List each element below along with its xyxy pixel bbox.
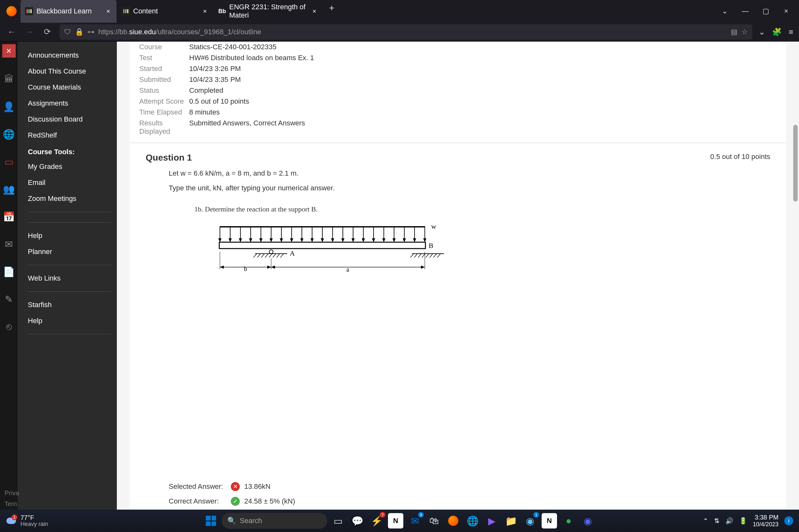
taskbar-search[interactable]: 🔍 Search — [222, 513, 327, 529]
svg-marker-68 — [267, 266, 271, 269]
clipchamp-icon[interactable]: ▶ — [484, 513, 499, 529]
nav-zoom[interactable]: Zoom Meetings — [28, 191, 111, 207]
nav-announcements[interactable]: Announcements — [28, 48, 111, 63]
profile-icon[interactable]: 👤 — [3, 100, 15, 113]
correct-answer-value: 24.58 ± 5% (kN) — [244, 497, 295, 506]
scrollbar-thumb[interactable] — [793, 125, 798, 202]
chevron-down-icon[interactable]: ⌄ — [719, 7, 730, 15]
label-B: B — [429, 242, 433, 249]
nav-assignments[interactable]: Assignments — [28, 95, 111, 111]
messenger-icon[interactable]: ⚡7 — [369, 513, 384, 529]
reload-button[interactable]: ⟳ — [42, 26, 53, 38]
meta-row: Attempt Score0.5 out of 10 points — [139, 96, 777, 107]
signout-icon[interactable]: ⎋ — [3, 321, 15, 333]
meta-row: Submitted10/4/23 3:35 PM — [139, 74, 777, 85]
terms-link[interactable]: Tern — [4, 500, 17, 508]
calendar-icon[interactable]: 📅 — [3, 210, 15, 223]
notion2-icon[interactable]: N — [542, 513, 557, 529]
menu-icon[interactable]: ≡ — [789, 27, 793, 36]
svg-line-53 — [280, 254, 284, 258]
nav-about[interactable]: About This Course — [28, 63, 111, 79]
question-header: Question 1 0.5 out of 10 points — [146, 151, 770, 169]
extensions-icon[interactable]: 🧩 — [772, 27, 782, 36]
firefox-task-icon[interactable] — [446, 513, 461, 529]
permissions-icon[interactable]: ⊶ — [87, 28, 94, 36]
tab-content[interactable]: Content × — [117, 0, 213, 23]
groups-icon[interactable]: 👥 — [3, 183, 15, 195]
label-A: A — [290, 249, 295, 257]
new-tab-button[interactable]: + — [323, 0, 340, 23]
svg-marker-33 — [331, 238, 334, 242]
firefox-icon — [6, 6, 17, 16]
nav-materials[interactable]: Course Materials — [28, 79, 111, 95]
pocket-icon[interactable]: ⌄ — [759, 27, 765, 36]
shield-icon[interactable]: 🛡 — [64, 28, 71, 36]
question-points: 0.5 out of 10 points — [710, 153, 770, 163]
nav-help[interactable]: Help — [28, 228, 111, 244]
nav-planner[interactable]: Planner — [28, 244, 111, 260]
nav-redshelf[interactable]: RedShelf — [28, 127, 111, 143]
tab-engr[interactable]: Bb ENGR 2231: Strength of Materi × — [214, 0, 323, 23]
svg-line-60 — [430, 254, 433, 258]
close-window-icon[interactable]: × — [780, 7, 792, 15]
content-panel[interactable]: CourseStatics-CE-240-001-202335 TestHW#6… — [117, 42, 799, 510]
activity-icon[interactable]: 🌐 — [3, 128, 15, 140]
grades-icon[interactable]: 📄 — [3, 266, 15, 278]
store-icon[interactable]: 🛍 — [426, 513, 442, 529]
browser-titlebar: Blackboard Learn × Content × Bb ENGR 223… — [0, 0, 799, 22]
wrong-icon: ✕ — [231, 482, 240, 491]
svg-marker-24 — [239, 238, 242, 242]
nav-starfish[interactable]: Starfish — [28, 297, 111, 313]
selected-answer-row: Selected Answer: ✕ 13.86kN — [169, 482, 747, 491]
nav-weblinks[interactable]: Web Links — [28, 270, 111, 286]
explorer-icon[interactable]: 📁 — [503, 513, 519, 529]
clock-time: 3:38 PM — [753, 513, 779, 521]
minimize-icon[interactable]: — — [740, 7, 751, 15]
institution-icon[interactable]: 🏛 — [3, 73, 15, 85]
nav-discussion[interactable]: Discussion Board — [28, 111, 111, 127]
nav-email[interactable]: Email — [28, 175, 111, 191]
discord-icon[interactable]: ◉ — [580, 513, 595, 529]
back-button[interactable]: ← — [6, 26, 17, 38]
weather-badge: 1 — [12, 514, 17, 520]
close-panel-button[interactable]: × — [2, 44, 16, 58]
notion-icon[interactable]: N — [388, 513, 403, 529]
tray-battery-icon[interactable]: 🔋 — [739, 517, 747, 525]
tray-cloud-icon[interactable]: ⇅ — [714, 517, 720, 525]
tab-close-icon[interactable]: × — [104, 7, 112, 16]
tab-blackboard[interactable]: Blackboard Learn × — [20, 0, 116, 23]
url-bar[interactable]: 🛡 🔒 ⊶ https://bb.siue.edu/ultra/courses/… — [59, 24, 752, 40]
messages-icon[interactable]: ✉ — [3, 238, 15, 250]
chat-icon[interactable]: 💬 — [350, 513, 365, 529]
tools-icon[interactable]: ✎ — [3, 293, 15, 305]
mail-icon[interactable]: ✉9 — [407, 513, 423, 529]
weather-widget[interactable]: 1 77°F Heavy rain — [6, 514, 48, 528]
tab-close-icon[interactable]: × — [311, 7, 318, 16]
spotify-icon[interactable]: ● — [561, 513, 576, 529]
taskbar-clock[interactable]: 3:38 PM 10/4/2023 — [753, 513, 779, 528]
start-button[interactable] — [204, 513, 218, 528]
tab-close-icon[interactable]: × — [201, 7, 209, 16]
nav-help2[interactable]: Help — [28, 313, 111, 329]
tab-favicon-chart-icon — [122, 7, 130, 15]
nav-mygrades[interactable]: My Grades — [28, 159, 111, 175]
svg-marker-36 — [362, 238, 365, 242]
reader-icon[interactable]: ▤ — [731, 28, 738, 36]
meta-row: Results DisplayedSubmitted Answers, Corr… — [139, 118, 777, 137]
task-view-icon[interactable]: ▭ — [330, 513, 346, 529]
privacy-link[interactable]: Priva — [4, 490, 19, 497]
steam-icon[interactable]: ◉1 — [522, 513, 538, 529]
meta-row: Time Elapsed8 minutes — [139, 107, 777, 118]
lock-icon[interactable]: 🔒 — [75, 28, 83, 36]
maximize-icon[interactable]: ▢ — [760, 7, 772, 15]
tray-volume-icon[interactable]: 🔊 — [725, 517, 733, 525]
notifications-icon[interactable]: i — [784, 516, 793, 525]
tray-chevron-icon[interactable]: ⌃ — [703, 517, 708, 525]
window-controls: ⌄ — ▢ × — [714, 7, 796, 15]
courses-icon[interactable]: ▭ — [3, 155, 15, 168]
toolbar-right: ⌄ 🧩 ≡ — [759, 27, 793, 36]
nav-tools-title: Course Tools: — [28, 143, 111, 159]
question-text-1: Let w = 6.6 kN/m, a = 8 m, and b = 2.1 m… — [169, 169, 747, 177]
edge-icon[interactable]: 🌐 — [465, 513, 480, 529]
bookmark-star-icon[interactable]: ☆ — [741, 28, 748, 36]
